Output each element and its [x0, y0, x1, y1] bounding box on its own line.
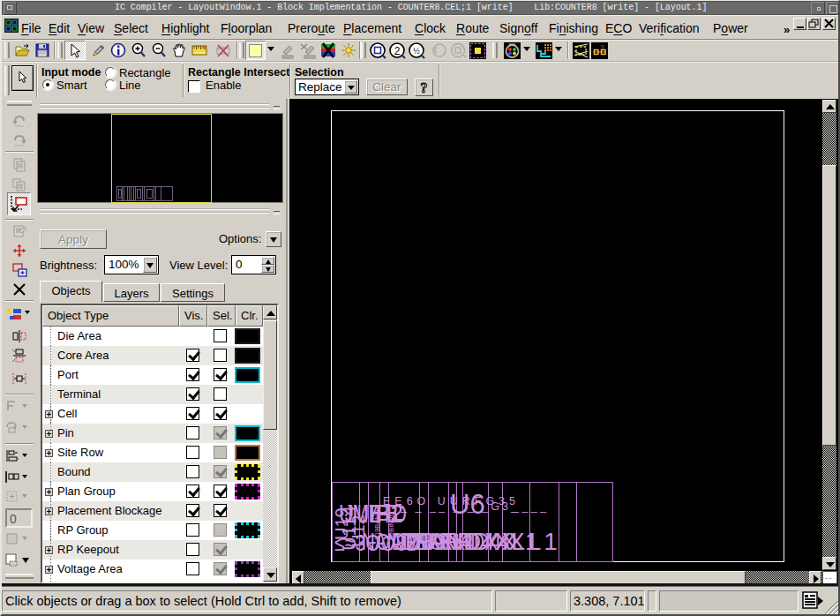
svg-text:NRD4X: NRD4X	[441, 528, 517, 556]
svg-text:?: ?	[421, 80, 428, 95]
svg-text:3: 3	[600, 43, 604, 51]
svg-text:XL1: XL1	[508, 528, 560, 555]
svg-text:_ _ _ _: _ _ _ _	[512, 500, 547, 513]
svg-text:½: ½	[413, 47, 420, 56]
svg-text:2: 2	[394, 45, 401, 57]
